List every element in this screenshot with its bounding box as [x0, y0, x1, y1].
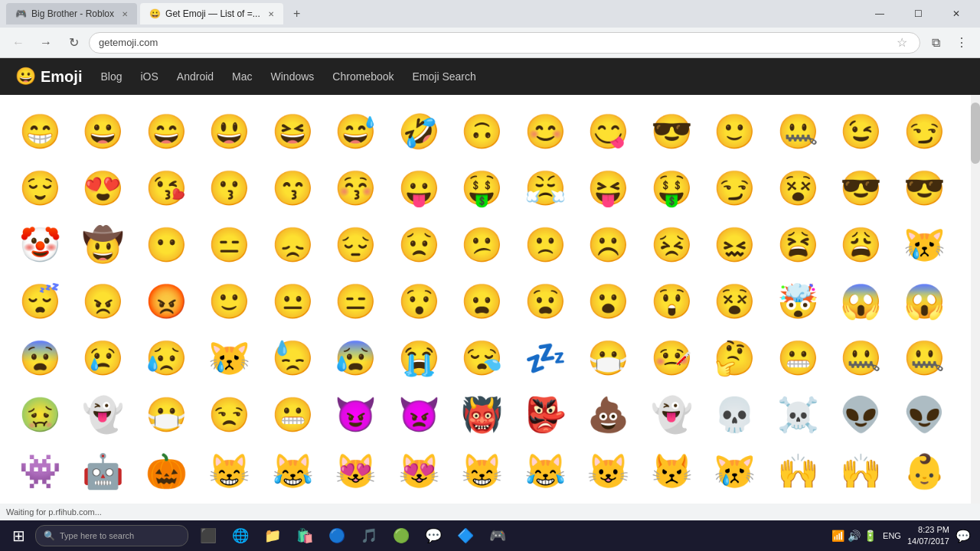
- tab-emoji-close[interactable]: ✕: [268, 10, 274, 18]
- start-button[interactable]: ⊞: [3, 520, 34, 551]
- emoji-cell[interactable]: 🙌: [770, 444, 825, 499]
- emoji-cell[interactable]: 🤔: [707, 331, 763, 386]
- scrollbar-track[interactable]: [971, 95, 980, 504]
- emoji-cell[interactable]: 😓: [265, 331, 320, 386]
- emoji-cell[interactable]: 😀: [76, 104, 131, 159]
- emoji-cell[interactable]: 😩: [834, 217, 889, 272]
- emoji-cell[interactable]: 👽: [897, 387, 952, 442]
- emoji-cell[interactable]: 💤: [518, 331, 573, 386]
- nav-link-emoji-search[interactable]: Emoji Search: [413, 70, 476, 83]
- emoji-cell[interactable]: 🤐: [897, 331, 952, 386]
- taskbar-app-media[interactable]: 🎵: [354, 520, 384, 551]
- emoji-cell[interactable]: 😸: [202, 444, 257, 499]
- emoji-cell[interactable]: 😑: [328, 274, 384, 329]
- emoji-cell[interactable]: 😭: [391, 331, 446, 386]
- emoji-cell[interactable]: 😏: [897, 104, 952, 159]
- menu-button[interactable]: ⋮: [949, 31, 974, 55]
- emoji-cell[interactable]: 😒: [202, 387, 257, 442]
- emoji-cell[interactable]: 😤: [518, 161, 573, 216]
- nav-link-chromebook[interactable]: Chromebook: [332, 70, 394, 83]
- minimize-button[interactable]: —: [862, 3, 897, 24]
- emoji-cell[interactable]: 👻: [644, 387, 699, 442]
- taskbar-app-file-explorer[interactable]: 📁: [257, 520, 288, 551]
- refresh-button[interactable]: ↻: [61, 31, 86, 55]
- emoji-cell[interactable]: 😌: [12, 161, 67, 216]
- emoji-cell[interactable]: 😬: [770, 331, 825, 386]
- scrollbar-thumb[interactable]: [971, 103, 980, 164]
- tab-roblox-close[interactable]: ✕: [122, 10, 128, 18]
- emoji-cell[interactable]: 😿: [202, 331, 257, 386]
- nav-link-windows[interactable]: Windows: [271, 70, 315, 83]
- nav-link-ios[interactable]: iOS: [140, 70, 158, 83]
- maximize-button[interactable]: ☐: [900, 3, 936, 24]
- emoji-cell[interactable]: 😻: [328, 444, 384, 499]
- emoji-cell[interactable]: 😪: [455, 331, 510, 386]
- emoji-cell[interactable]: 😷: [139, 387, 194, 442]
- taskbar-app-app8[interactable]: 🔷: [450, 520, 481, 551]
- nav-link-mac[interactable]: Mac: [232, 70, 252, 83]
- emoji-cell[interactable]: 👺: [518, 387, 573, 442]
- taskbar-app-edge[interactable]: 🌐: [225, 520, 256, 551]
- emoji-cell[interactable]: 😏: [707, 161, 763, 216]
- emoji-cell[interactable]: 💀: [707, 387, 763, 442]
- notification-center-icon[interactable]: 💬: [956, 529, 971, 543]
- emoji-cell[interactable]: 😬: [265, 387, 320, 442]
- emoji-cell[interactable]: 😲: [644, 274, 699, 329]
- emoji-cell[interactable]: 🎃: [139, 444, 194, 499]
- emoji-cell[interactable]: 😮: [581, 274, 636, 329]
- tab-roblox[interactable]: 🎮 Big Brother - Roblox ✕: [6, 3, 137, 24]
- emoji-cell[interactable]: 😚: [328, 161, 384, 216]
- emoji-cell[interactable]: 😖: [707, 217, 763, 272]
- emoji-cell[interactable]: 🙂: [707, 104, 763, 159]
- emoji-cell[interactable]: 👽: [834, 387, 889, 442]
- emoji-cell[interactable]: 🤑: [644, 161, 699, 216]
- emoji-cell[interactable]: 🤠: [76, 217, 131, 272]
- emoji-cell[interactable]: 😆: [265, 104, 320, 159]
- emoji-cell[interactable]: 😎: [897, 161, 952, 216]
- emoji-cell[interactable]: 🤣: [391, 104, 446, 159]
- emoji-cell[interactable]: 😟: [391, 217, 446, 272]
- emoji-cell[interactable]: 😿: [707, 444, 763, 499]
- emoji-cell[interactable]: 🙃: [455, 104, 510, 159]
- back-button[interactable]: ←: [6, 31, 31, 55]
- tab-emoji[interactable]: 😀 Get Emoji — List of =... ✕: [140, 3, 283, 24]
- emoji-cell[interactable]: 😥: [139, 331, 194, 386]
- taskbar-app-skype[interactable]: 💬: [418, 520, 449, 551]
- emoji-cell[interactable]: 😨: [12, 331, 67, 386]
- emoji-cell[interactable]: 😎: [644, 104, 699, 159]
- emoji-cell[interactable]: 💩: [581, 387, 636, 442]
- emoji-cell[interactable]: 😢: [76, 331, 131, 386]
- emoji-cell[interactable]: 😦: [455, 274, 510, 329]
- taskbar-app-chrome[interactable]: 🔵: [322, 520, 352, 551]
- emoji-cell[interactable]: 😝: [581, 161, 636, 216]
- emoji-cell[interactable]: 😴: [12, 274, 67, 329]
- emoji-cell[interactable]: 😯: [391, 274, 446, 329]
- emoji-cell[interactable]: 😃: [202, 104, 257, 159]
- new-tab-button[interactable]: +: [286, 3, 308, 24]
- emoji-cell[interactable]: 🤖: [76, 444, 131, 499]
- emoji-cell[interactable]: 😊: [518, 104, 573, 159]
- emoji-cell[interactable]: 😞: [265, 217, 320, 272]
- emoji-cell[interactable]: 👶: [897, 444, 952, 499]
- taskbar-app-task-view[interactable]: ⬛: [193, 520, 224, 551]
- emoji-cell[interactable]: 👾: [12, 444, 67, 499]
- emoji-cell[interactable]: 😍: [76, 161, 131, 216]
- emoji-cell[interactable]: 👿: [391, 387, 446, 442]
- taskbar-app-store[interactable]: 🛍️: [289, 520, 320, 551]
- emoji-cell[interactable]: 😾: [644, 444, 699, 499]
- emoji-cell[interactable]: 🤯: [770, 274, 825, 329]
- emoji-cell[interactable]: 😗: [202, 161, 257, 216]
- emoji-cell[interactable]: 😵: [707, 274, 763, 329]
- emoji-cell[interactable]: 😅: [328, 104, 384, 159]
- emoji-cell[interactable]: 😉: [834, 104, 889, 159]
- emoji-cell[interactable]: 😕: [455, 217, 510, 272]
- emoji-cell[interactable]: 😔: [328, 217, 384, 272]
- emoji-cell[interactable]: 😁: [12, 104, 67, 159]
- emoji-cell[interactable]: 😣: [644, 217, 699, 272]
- extensions-button[interactable]: ⧉: [923, 31, 948, 55]
- emoji-cell[interactable]: 😺: [581, 444, 636, 499]
- emoji-cell[interactable]: 👻: [76, 387, 131, 442]
- emoji-cell[interactable]: ☹️: [581, 217, 636, 272]
- emoji-cell[interactable]: 😸: [455, 444, 510, 499]
- emoji-cell[interactable]: 🤐: [770, 104, 825, 159]
